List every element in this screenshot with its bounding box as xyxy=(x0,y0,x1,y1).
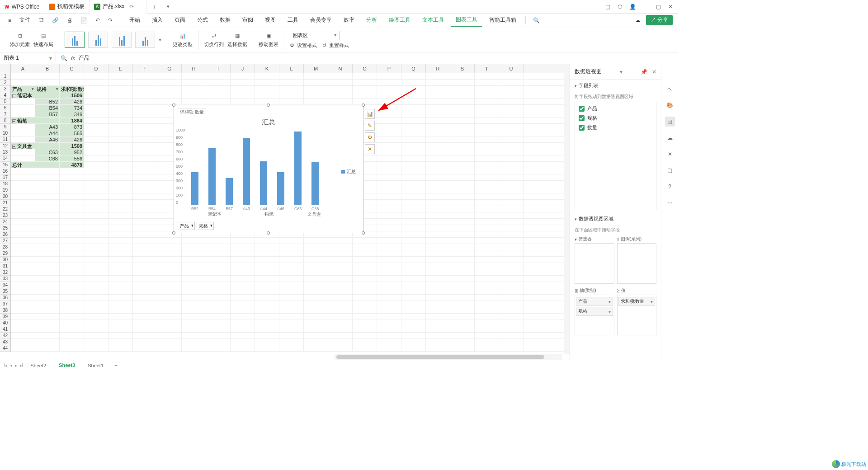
cell[interactable] xyxy=(84,301,108,307)
cell[interactable] xyxy=(328,99,353,104)
cell[interactable] xyxy=(475,193,499,199)
cell[interactable] xyxy=(450,320,475,326)
redo-icon[interactable]: ↷ xyxy=(105,15,115,25)
cell[interactable] xyxy=(475,244,499,250)
cell[interactable] xyxy=(377,143,401,149)
cell[interactable] xyxy=(401,136,426,142)
cell[interactable] xyxy=(206,282,231,288)
formula-input[interactable] xyxy=(79,55,259,61)
cell[interactable] xyxy=(206,288,231,294)
cell[interactable] xyxy=(450,282,475,288)
cell[interactable] xyxy=(450,212,475,218)
cell[interactable] xyxy=(377,276,401,282)
row-header[interactable]: 22 xyxy=(0,206,10,212)
cell[interactable] xyxy=(499,187,524,193)
cell[interactable] xyxy=(304,269,328,275)
cell[interactable]: B54 xyxy=(35,105,60,111)
cell[interactable] xyxy=(84,118,108,123)
cell[interactable] xyxy=(450,162,475,168)
layout-tool-icon[interactable]: ▢ xyxy=(665,165,675,175)
col-header[interactable]: T xyxy=(475,64,499,73)
cell[interactable] xyxy=(401,225,426,231)
print-preview-icon[interactable]: 📄 xyxy=(78,15,90,25)
cell[interactable] xyxy=(377,155,401,161)
cell[interactable] xyxy=(60,181,84,187)
cell[interactable] xyxy=(401,86,426,92)
cell[interactable] xyxy=(206,238,231,244)
cell[interactable] xyxy=(35,181,60,187)
cell[interactable] xyxy=(426,301,450,307)
cell[interactable]: 1508 xyxy=(60,143,84,149)
search-icon[interactable]: 🔍 xyxy=(530,15,542,25)
menu-tab-view[interactable]: 视图 xyxy=(260,14,280,26)
cell[interactable] xyxy=(353,326,377,332)
cell[interactable] xyxy=(353,244,377,250)
col-header[interactable]: R xyxy=(426,64,450,73)
cell[interactable] xyxy=(426,143,450,149)
row-header[interactable]: 17 xyxy=(0,174,10,181)
cell[interactable] xyxy=(35,314,60,320)
cell[interactable] xyxy=(35,168,60,174)
resize-handle[interactable] xyxy=(267,103,270,107)
cell[interactable] xyxy=(279,295,304,301)
zoom-formula-icon[interactable]: 🔍 xyxy=(61,55,67,61)
cell[interactable] xyxy=(133,174,157,180)
quick-layout-button[interactable]: ▤ 快速布局 xyxy=(33,31,53,48)
cell[interactable] xyxy=(475,92,499,98)
row-header[interactable]: 18 xyxy=(0,181,10,187)
user-avatar-icon[interactable]: 👤 xyxy=(629,4,636,10)
cell[interactable] xyxy=(450,238,475,244)
row-header[interactable]: 30 xyxy=(0,257,10,263)
cell[interactable] xyxy=(133,269,157,275)
cell[interactable] xyxy=(426,326,450,332)
cell[interactable] xyxy=(133,206,157,212)
cell[interactable] xyxy=(401,257,426,263)
cell[interactable] xyxy=(426,238,450,244)
cell[interactable] xyxy=(426,320,450,326)
cell[interactable] xyxy=(206,250,231,256)
cell[interactable] xyxy=(133,92,157,98)
cell[interactable]: 426 xyxy=(60,136,84,142)
row-header[interactable]: 37 xyxy=(0,301,10,307)
cell[interactable] xyxy=(377,193,401,199)
cell[interactable] xyxy=(108,257,133,263)
cell[interactable] xyxy=(60,244,84,250)
cell[interactable] xyxy=(499,200,524,206)
row-header[interactable]: 39 xyxy=(0,314,10,320)
cell[interactable] xyxy=(426,86,450,92)
cell[interactable] xyxy=(426,187,450,193)
resize-handle[interactable] xyxy=(362,103,365,107)
col-header[interactable]: E xyxy=(108,64,133,73)
cell[interactable] xyxy=(401,149,426,155)
col-header[interactable]: G xyxy=(157,64,182,73)
cell[interactable] xyxy=(35,143,60,149)
close-tab-icon[interactable]: – xyxy=(139,4,142,10)
cell[interactable] xyxy=(426,231,450,237)
cell[interactable] xyxy=(499,219,524,225)
cell[interactable]: A46 xyxy=(35,136,60,142)
cell[interactable] xyxy=(328,269,353,275)
cell[interactable]: B52 xyxy=(35,99,60,104)
axis-tag-product[interactable]: 产品 xyxy=(576,297,613,306)
cell[interactable] xyxy=(304,86,328,92)
row-header[interactable]: 6 xyxy=(0,105,10,111)
cell[interactable] xyxy=(401,130,426,136)
cell[interactable] xyxy=(499,162,524,168)
cell[interactable] xyxy=(60,326,84,332)
cell[interactable] xyxy=(108,314,133,320)
tab-workbook[interactable]: S 产品.xlsx ⟳ – xyxy=(90,0,147,14)
row-header[interactable]: 9 xyxy=(0,124,10,130)
undo-icon[interactable]: ↶ xyxy=(93,15,103,25)
cell[interactable]: 产品 xyxy=(11,86,35,92)
cell[interactable] xyxy=(401,301,426,307)
cell[interactable] xyxy=(377,111,401,117)
cell[interactable] xyxy=(426,80,450,85)
cell[interactable] xyxy=(401,92,426,98)
cell[interactable] xyxy=(157,339,182,345)
cell[interactable] xyxy=(108,124,133,130)
cell[interactable] xyxy=(401,200,426,206)
cell[interactable]: C63 xyxy=(35,149,60,155)
help-icon[interactable]: ? xyxy=(665,182,675,192)
cell[interactable] xyxy=(84,326,108,332)
cell[interactable] xyxy=(499,73,524,79)
